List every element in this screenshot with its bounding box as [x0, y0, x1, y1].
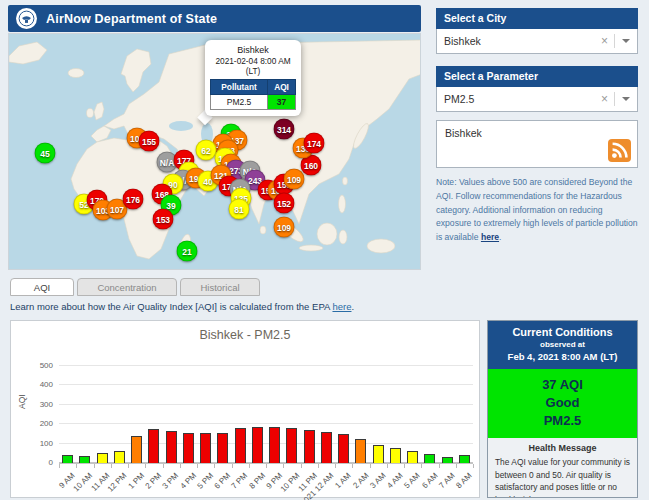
x-axis-tick-mark [249, 464, 250, 468]
learn-more-line: Learn more about how the Air Quality Ind… [10, 301, 354, 312]
beyond-aqi-note: Note: Values above 500 are considered Be… [436, 176, 639, 245]
x-axis-tick-label: 6 AM [420, 471, 439, 490]
parameter-select-value: PM2.5 [444, 93, 595, 105]
x-axis-tick-label: 1 PM [126, 471, 146, 491]
aqi-bar[interactable] [459, 455, 470, 463]
popup-aqi-value: 37 [268, 95, 296, 110]
app-header: AirNow Department of State [8, 5, 421, 32]
x-axis-tick-mark [404, 464, 405, 468]
learn-more-text: Learn more about how the Air Quality Ind… [10, 301, 332, 312]
aqi-bar[interactable] [62, 455, 73, 463]
aqi-value-block: 37 AQI Good PM2.5 [488, 369, 637, 438]
city-select[interactable]: Bishkek × [436, 29, 638, 54]
aqi-bar[interactable] [321, 432, 332, 463]
map-marker[interactable]: 174 [304, 133, 325, 154]
x-axis-tick-mark [335, 464, 336, 468]
map-marker[interactable]: 109 [284, 169, 305, 190]
map-marker[interactable]: 155 [139, 131, 160, 152]
aqi-bar[interactable] [79, 456, 90, 463]
map-marker[interactable]: 176 [123, 189, 144, 210]
divider [614, 92, 615, 106]
aqi-bar[interactable] [235, 428, 246, 463]
aqi-bar[interactable] [200, 433, 211, 463]
parameter-select[interactable]: PM2.5 × [436, 87, 638, 112]
map-marker[interactable]: 62 [196, 140, 217, 161]
health-message-text: The AQI value for your community is betw… [495, 456, 630, 498]
map-marker[interactable]: 314 [274, 119, 295, 140]
aqi-category: Good [488, 394, 637, 412]
rss-city-label: Bishkek [445, 127, 482, 139]
map-marker[interactable]: 45 [35, 143, 56, 164]
aqi-bar[interactable] [97, 453, 108, 463]
note-here-link[interactable]: here [481, 232, 499, 242]
state-department-seal-icon [16, 8, 37, 29]
aqi-bar[interactable] [269, 427, 280, 463]
aqi-bar[interactable] [390, 448, 401, 463]
y-axis-tick-label: 100 [40, 439, 53, 448]
aqi-bar[interactable] [338, 434, 349, 463]
x-axis-tick-label: 8 PM [247, 471, 267, 491]
gridline [59, 365, 473, 366]
aqi-bar[interactable] [304, 430, 315, 463]
x-axis-tick-mark [111, 464, 112, 468]
map-marker[interactable]: 153 [153, 209, 174, 230]
y-axis-tick-label: 400 [40, 380, 53, 389]
divider [614, 34, 615, 48]
health-message-title: Health Message [495, 443, 630, 453]
aqi-bar[interactable] [148, 429, 159, 463]
aqi-bar[interactable] [252, 427, 263, 463]
chart-plot [59, 366, 473, 463]
aqi-bar[interactable] [286, 428, 297, 463]
learn-more-period: . [351, 301, 354, 312]
chevron-down-icon[interactable] [622, 97, 630, 105]
map-marker[interactable]: 152 [274, 193, 295, 214]
current-conditions-header: Current Conditions observed at Feb 4, 20… [488, 321, 637, 369]
tab-historical[interactable]: Historical [180, 278, 260, 296]
aqi-bar[interactable] [217, 433, 228, 463]
x-axis-tick-label: 2 AM [351, 471, 370, 490]
aqi-bar[interactable] [114, 451, 125, 463]
gridline [59, 404, 473, 405]
x-axis-tick-mark [301, 464, 302, 468]
aqi-bar[interactable] [373, 445, 384, 463]
y-axis-tick-label: 300 [40, 400, 53, 409]
chart-title: Bishkek - PM2.5 [11, 328, 479, 342]
aqi-bar[interactable] [166, 431, 177, 463]
city-select-value: Bishkek [444, 35, 595, 47]
parameter-clear-icon[interactable]: × [595, 92, 614, 106]
x-axis-tick-mark [439, 464, 440, 468]
tab-concentration[interactable]: Concentration [77, 278, 177, 296]
aqi-bar[interactable] [424, 454, 435, 463]
x-axis-tick-mark [318, 464, 319, 468]
x-axis-tick-mark [59, 464, 60, 468]
y-axis-tick-label: 0 [49, 458, 53, 467]
x-axis-tick-mark [145, 464, 146, 468]
world-aqi-map[interactable]: 45103155N/A17796N/A190409016852170103107… [8, 33, 421, 270]
aqi-value: 37 AQI [488, 376, 637, 394]
aqi-bar[interactable] [131, 436, 142, 463]
parameter-select-label: Select a Parameter [436, 66, 638, 87]
x-axis-tick-mark [387, 464, 388, 468]
note-text: Note: Values above 500 are considered Be… [436, 177, 638, 242]
aqi-bar[interactable] [183, 433, 194, 463]
x-axis-tick-label: 5 PM [195, 471, 215, 491]
map-marker[interactable]: 21 [177, 241, 198, 262]
aqi-bar[interactable] [407, 451, 418, 463]
observed-datetime: Feb 4, 2021 8:00 AM (LT) [492, 351, 633, 362]
tab-aqi[interactable]: AQI [10, 278, 74, 296]
chart-tabs: AQI Concentration Historical [10, 278, 260, 296]
chevron-down-icon[interactable] [622, 39, 630, 47]
gridline [59, 384, 473, 385]
popup-datetime: 2021-02-04 8:00 AM [210, 56, 296, 66]
rss-city-box: Bishkek [436, 120, 638, 168]
map-marker[interactable]: 109 [274, 217, 295, 238]
rss-icon[interactable] [608, 139, 631, 162]
x-axis-tick-mark [456, 464, 457, 468]
city-clear-icon[interactable]: × [595, 34, 614, 48]
map-marker[interactable]: 81 [229, 199, 250, 220]
x-axis-tick-label: 7 AM [437, 471, 456, 490]
learn-more-here-link[interactable]: here [332, 301, 351, 312]
gridline [59, 443, 473, 444]
aqi-bar[interactable] [355, 439, 366, 463]
x-axis-tick-mark [76, 464, 77, 468]
